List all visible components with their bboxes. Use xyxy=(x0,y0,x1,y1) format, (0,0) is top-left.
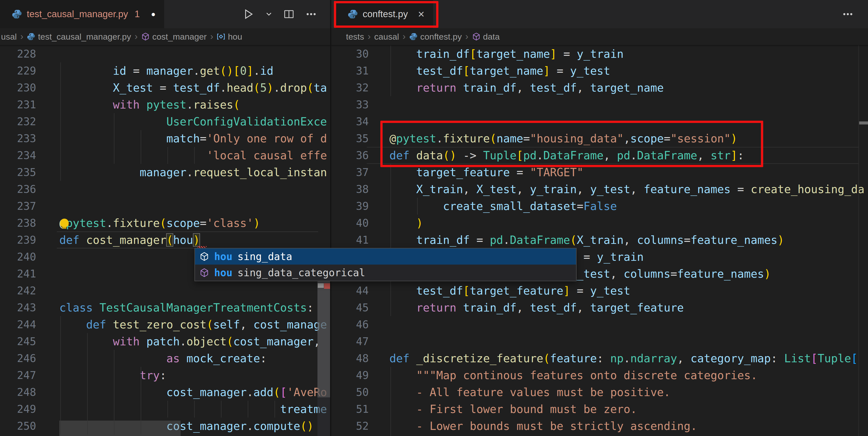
suggestion-item-housing_data_categorical[interactable]: housing_data_categorical xyxy=(195,264,576,281)
code-line[interactable]: class TestCausalManagerTreatmentCosts: xyxy=(59,299,327,316)
lightbulb-icon[interactable] xyxy=(60,219,69,227)
breadcrumb-item-hou[interactable]: hou xyxy=(217,32,242,42)
code-line[interactable]: try: xyxy=(59,367,327,384)
symbol-method-icon xyxy=(199,268,209,277)
code-line[interactable] xyxy=(59,45,327,62)
code-line[interactable]: id = manager.get()[0].id xyxy=(59,62,327,79)
code-token: . xyxy=(193,64,200,77)
code-line[interactable]: return train_df, test_df, target_name xyxy=(390,79,865,96)
code-token: hou xyxy=(173,233,193,246)
code-line[interactable]: @pytest.fixture(scope='class') xyxy=(59,215,327,231)
python-icon xyxy=(409,32,418,41)
code-line[interactable]: X_test = test_df.head(5).drop(ta xyxy=(59,79,327,96)
split-editor-button[interactable] xyxy=(283,8,294,20)
code-line[interactable]: X_train, X_test, y_train, y_test, featur… xyxy=(390,181,865,198)
code-line[interactable]: 'local causal effe xyxy=(59,147,327,164)
code-line[interactable]: with patch.object(cost_manager, xyxy=(59,333,327,350)
code-line[interactable]: train_df = pd.DataFrame(X_train, columns… xyxy=(390,231,865,248)
suggestion-item-housing_data[interactable]: housing_data xyxy=(195,248,576,264)
code-line[interactable]: match='Only one row of d xyxy=(59,130,327,147)
breadcrumb-separator-icon: › xyxy=(465,31,468,42)
breadcrumb-item-tests[interactable]: tests xyxy=(346,32,364,42)
code-token: test_zero_cost xyxy=(113,318,207,331)
more-actions-button[interactable] xyxy=(306,8,317,20)
code-token: . xyxy=(106,217,113,229)
code-line[interactable]: as mock_create: xyxy=(59,350,327,367)
code-token xyxy=(59,132,166,145)
code-line[interactable]: test_df[target_name] = y_test xyxy=(390,62,865,79)
code-token xyxy=(390,233,416,246)
code-token: with xyxy=(113,98,140,111)
code-token: mock_create xyxy=(186,352,260,365)
code-token: [ xyxy=(470,48,476,60)
code-line[interactable]: cost_manager.add(['AveRo xyxy=(59,384,327,401)
run-button[interactable] xyxy=(242,8,254,20)
code-line[interactable]: UserConfigValidationExce xyxy=(59,113,327,130)
breadcrumb-separator-icon: › xyxy=(20,31,23,42)
indent-guide xyxy=(167,147,168,164)
code-line[interactable]: test_df[target_feature] = y_test xyxy=(390,282,865,299)
run-dropdown-button[interactable] xyxy=(266,10,272,18)
code-token xyxy=(390,403,416,415)
breadcrumb-item-cost-manager[interactable]: cost_manager xyxy=(141,32,207,42)
modified-dot-icon[interactable]: ● xyxy=(151,10,156,19)
code-token: = xyxy=(671,267,677,280)
code-line[interactable] xyxy=(390,333,865,350)
code-token: List xyxy=(784,352,811,365)
more-actions-button[interactable] xyxy=(842,8,854,20)
code-line[interactable]: - First lower bound must be zero. xyxy=(390,401,865,417)
code-line[interactable] xyxy=(390,96,865,113)
code-line[interactable] xyxy=(59,282,327,299)
code-line[interactable]: def cost_manager(hou) xyxy=(59,231,327,248)
code-line[interactable]: - Lower bounds must be strictly ascendin… xyxy=(390,417,865,435)
breadcrumb-item-conftest-py[interactable]: conftest.py xyxy=(409,32,462,42)
code-token: , xyxy=(630,183,644,196)
code-token: columns xyxy=(637,233,684,246)
code-line[interactable]: def test_zero_cost(self, cost_manage xyxy=(59,316,327,333)
code-token: = xyxy=(684,233,691,246)
code-token: ( xyxy=(307,81,314,94)
code-token: y_train xyxy=(597,250,644,263)
code-line[interactable]: """Map continous features onto discrete … xyxy=(390,367,865,384)
code-line[interactable]: def _discretize_feature(feature: np.ndar… xyxy=(390,350,865,367)
code-token: = xyxy=(557,48,577,60)
annotation-box-fixture xyxy=(380,121,763,167)
code-line[interactable]: - All feature values must be positive. xyxy=(390,384,865,401)
code-editor-right[interactable]: 3031323334353637383940414243444546474849… xyxy=(331,45,868,436)
code-token: cost_manager xyxy=(166,386,247,399)
breadcrumb-item-causal[interactable]: causal xyxy=(374,32,399,42)
code-line[interactable] xyxy=(390,316,865,333)
code-line[interactable]: return train_df, test_df, target_feature xyxy=(390,299,865,316)
code-token: = xyxy=(510,166,530,179)
breadcrumb-label: data xyxy=(483,32,500,42)
code-line[interactable]: train_df[target_name] = y_train xyxy=(390,45,865,62)
tab-test-causal-manager[interactable]: test_causal_manager.py 1 ● xyxy=(0,0,164,28)
horizontal-scrollbar-thumb[interactable] xyxy=(59,421,181,436)
code-token: class xyxy=(59,301,93,314)
editor-group-sash[interactable] xyxy=(330,0,331,436)
indent-guide xyxy=(417,198,418,215)
code-line[interactable]: """ xyxy=(390,435,865,436)
code-token: create_small_dataset xyxy=(443,200,577,213)
code-token: feature_names xyxy=(644,183,731,196)
breadcrumb-item-usal[interactable]: usal xyxy=(1,32,17,42)
code-line[interactable]: ) xyxy=(390,215,865,231)
code-line[interactable]: manager.request_local_instan xyxy=(59,164,327,181)
breadcrumb-item-test-causal-manager-py[interactable]: test_causal_manager.py xyxy=(27,32,131,42)
code-line[interactable]: treatme xyxy=(59,401,327,417)
vertical-scrollbar-thumb[interactable] xyxy=(317,281,330,397)
code-token: - All feature values must be positive. xyxy=(416,386,671,399)
code-line[interactable] xyxy=(59,181,327,198)
code-editor-left[interactable]: 2282292302312322332342352362372382392402… xyxy=(0,45,331,436)
code-token: ( xyxy=(274,386,280,399)
code-line[interactable]: with pytest.raises( xyxy=(59,96,327,113)
tab-badge: 1 xyxy=(134,9,140,20)
code-token: ] xyxy=(543,64,550,77)
code-token: target_name xyxy=(476,48,550,60)
breadcrumb-item-data[interactable]: data xyxy=(472,32,500,42)
code-token xyxy=(59,115,166,128)
code-token xyxy=(59,403,280,415)
indent-guide xyxy=(194,401,195,417)
code-line[interactable]: create_small_dataset=False xyxy=(390,198,865,215)
code-line[interactable] xyxy=(59,198,327,215)
